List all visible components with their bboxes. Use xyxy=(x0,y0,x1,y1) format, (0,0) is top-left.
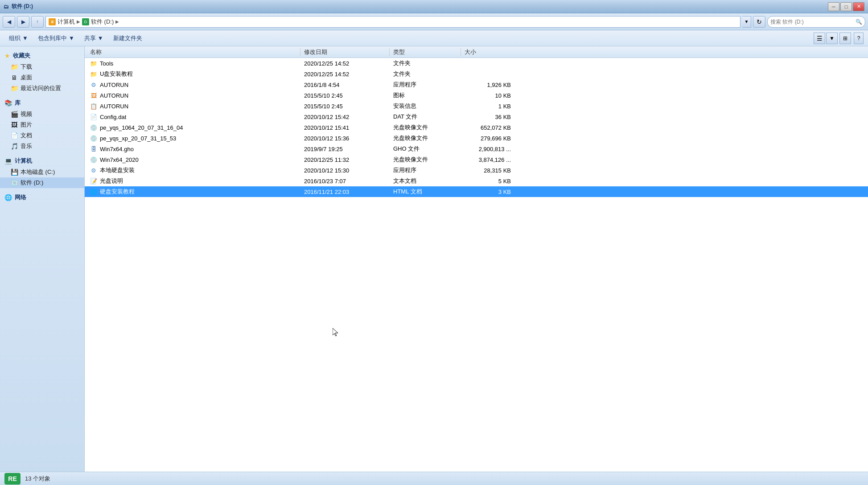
file-type-cell: 文件夹 xyxy=(390,59,461,67)
sidebar-drive-d-label: 软件 (D:) xyxy=(21,179,43,187)
status-app-icon: RE xyxy=(4,473,21,485)
new-folder-button[interactable]: 新建文件夹 xyxy=(109,32,147,45)
file-date-cell: 2016/11/21 22:03 xyxy=(300,189,390,195)
organize-label: 组织 xyxy=(9,34,21,42)
path-dropdown-button[interactable]: ▼ xyxy=(742,16,751,28)
table-row[interactable]: 📁 U盘安装教程 2020/12/25 14:52 文件夹 xyxy=(85,69,868,79)
table-row[interactable]: 📄 Config.dat 2020/10/12 15:42 DAT 文件 36 … xyxy=(85,111,868,122)
back-button[interactable]: ◀ xyxy=(3,16,15,28)
sidebar-item-download[interactable]: 📁 下载 xyxy=(0,62,84,72)
table-row[interactable]: ⚙ AUTORUN 2016/1/8 4:54 应用程序 1,926 KB xyxy=(85,79,868,90)
file-name-cell: 📝 光盘说明 xyxy=(86,177,300,185)
up-button[interactable]: ↑ xyxy=(31,16,44,28)
minimize-button[interactable]: ─ xyxy=(828,2,839,11)
file-date-cell: 2020/10/12 15:41 xyxy=(300,124,390,131)
file-date-cell: 2019/9/7 19:25 xyxy=(300,146,390,152)
column-name[interactable]: 名称 xyxy=(86,48,300,56)
sidebar-item-video[interactable]: 🎬 视频 xyxy=(0,109,84,119)
sidebar-computer-header[interactable]: 💻 计算机 xyxy=(0,155,84,167)
close-button[interactable]: ✕ xyxy=(853,2,864,11)
file-name: Win7x64.gho xyxy=(100,146,134,152)
file-date-cell: 2016/10/23 7:07 xyxy=(300,178,390,185)
file-size-cell: 1,926 KB xyxy=(461,82,514,88)
file-date-cell: 2020/10/12 15:42 xyxy=(300,114,390,120)
file-size-cell: 28,315 KB xyxy=(461,167,514,174)
sidebar-item-recent[interactable]: 📁 最近访问的位置 xyxy=(0,83,84,94)
table-row[interactable]: 📁 Tools 2020/12/25 14:52 文件夹 xyxy=(85,58,868,69)
file-name: pe_yqs_xp_20_07_31_15_53 xyxy=(100,135,176,142)
file-date-cell: 2020/10/12 15:30 xyxy=(300,167,390,174)
sidebar-item-document[interactable]: 📄 文档 xyxy=(0,130,84,141)
path-computer-icon: 🖥 xyxy=(49,18,56,25)
path-computer: 计算机 xyxy=(58,18,75,26)
sidebar-section-library: 📚 库 🎬 视频 🖼 图片 📄 文档 🎵 音乐 xyxy=(0,97,84,152)
network-icon: 🌐 xyxy=(4,194,12,201)
search-box[interactable]: 🔍 xyxy=(767,16,865,28)
view-dropdown-button[interactable]: ▼ xyxy=(826,33,838,44)
column-date[interactable]: 修改日期 xyxy=(300,48,390,56)
picture-icon: 🖼 xyxy=(11,121,18,128)
sidebar-drive-c-label: 本地磁盘 (C:) xyxy=(21,168,55,176)
view-buttons: ☰ ▼ ⊞ ? xyxy=(814,33,864,44)
table-row[interactable]: 🌐 硬盘安装教程 2016/11/21 22:03 HTML 文档 3 KB xyxy=(85,186,868,197)
file-type-cell: DAT 文件 xyxy=(390,113,461,121)
maximize-button[interactable]: □ xyxy=(840,2,852,11)
file-name-cell: 📁 Tools xyxy=(86,60,300,67)
sidebar: ★ 收藏夹 📁 下载 🖥 桌面 📁 最近访问的位置 📚 库 xyxy=(0,46,85,472)
status-count: 13 个对象 xyxy=(25,475,50,483)
search-icon: 🔍 xyxy=(856,19,862,25)
sidebar-library-header[interactable]: 📚 库 xyxy=(0,97,84,109)
file-type-icon: 🗄 xyxy=(90,145,97,152)
favorites-label: 收藏夹 xyxy=(13,52,30,60)
sidebar-item-drive-c[interactable]: 💾 本地磁盘 (C:) xyxy=(0,167,84,177)
table-row[interactable]: 🗄 Win7x64.gho 2019/9/7 19:25 GHO 文件 2,90… xyxy=(85,144,868,154)
table-row[interactable]: 💿 pe_yqs_xp_20_07_31_15_53 2020/10/12 15… xyxy=(85,133,868,144)
sidebar-item-picture[interactable]: 🖼 图片 xyxy=(0,119,84,130)
computer-icon: 💻 xyxy=(4,157,12,164)
sidebar-document-label: 文档 xyxy=(21,132,32,140)
table-row[interactable]: 📋 AUTORUN 2015/5/10 2:45 安装信息 1 KB xyxy=(85,101,868,111)
share-label: 共享 xyxy=(84,34,96,42)
sidebar-item-drive-d[interactable]: 💿 软件 (D:) xyxy=(0,177,84,188)
address-path[interactable]: 🖥 计算机 ▶ D 软件 (D:) ▶ xyxy=(45,16,740,28)
table-row[interactable]: ⚙ 本地硬盘安装 2020/10/12 15:30 应用程序 28,315 KB xyxy=(85,165,868,176)
file-name-cell: 📄 Config.dat xyxy=(86,113,300,120)
table-row[interactable]: 🖼 AUTORUN 2015/5/10 2:45 图标 10 KB xyxy=(85,90,868,101)
music-icon: 🎵 xyxy=(11,143,18,150)
file-name: 光盘说明 xyxy=(100,177,123,185)
title-bar: 🗂 软件 (D:) ─ □ ✕ xyxy=(0,0,868,13)
file-type-cell: 光盘映像文件 xyxy=(390,134,461,142)
share-button[interactable]: 共享 ▼ xyxy=(80,32,108,45)
help-button[interactable]: ? xyxy=(854,33,864,44)
sidebar-network-header[interactable]: 🌐 网络 xyxy=(0,192,84,203)
sidebar-recent-label: 最近访问的位置 xyxy=(21,84,61,92)
forward-button[interactable]: ▶ xyxy=(17,16,29,28)
file-type-icon: 📄 xyxy=(90,113,97,120)
column-type[interactable]: 类型 xyxy=(390,48,461,56)
drive-d-icon: 💿 xyxy=(11,179,18,186)
file-date-cell: 2020/12/25 11:32 xyxy=(300,156,390,163)
sidebar-favorites-header[interactable]: ★ 收藏夹 xyxy=(0,50,84,62)
table-row[interactable]: 💿 pe_yqs_1064_20_07_31_16_04 2020/10/12 … xyxy=(85,122,868,133)
sidebar-picture-label: 图片 xyxy=(21,121,32,129)
address-bar: ◀ ▶ ↑ 🖥 计算机 ▶ D 软件 (D:) ▶ ▼ ↻ 🔍 xyxy=(0,13,868,30)
file-name-cell: 🗄 Win7x64.gho xyxy=(86,145,300,152)
new-folder-label: 新建文件夹 xyxy=(113,34,142,42)
sidebar-item-desktop[interactable]: 🖥 桌面 xyxy=(0,72,84,83)
view-details-button[interactable]: ⊞ xyxy=(839,33,851,44)
include-library-button[interactable]: 包含到库中 ▼ xyxy=(33,32,79,45)
sidebar-item-music[interactable]: 🎵 音乐 xyxy=(0,141,84,152)
table-row[interactable]: 📝 光盘说明 2016/10/23 7:07 文本文档 5 KB xyxy=(85,176,868,186)
file-type-cell: 应用程序 xyxy=(390,166,461,174)
view-list-button[interactable]: ☰ xyxy=(814,33,825,44)
file-type-icon: 📋 xyxy=(90,103,97,110)
refresh-button[interactable]: ↻ xyxy=(753,16,765,28)
organize-button[interactable]: 组织 ▼ xyxy=(4,32,33,45)
file-name-cell: ⚙ 本地硬盘安装 xyxy=(86,166,300,174)
column-size[interactable]: 大小 xyxy=(461,48,514,56)
search-input[interactable] xyxy=(770,19,856,25)
path-drive: 软件 (D:) xyxy=(91,18,114,26)
table-row[interactable]: 💿 Win7x64_2020 2020/12/25 11:32 光盘映像文件 3… xyxy=(85,154,868,165)
drive-c-icon: 💾 xyxy=(11,169,18,176)
file-name: pe_yqs_1064_20_07_31_16_04 xyxy=(100,124,183,131)
